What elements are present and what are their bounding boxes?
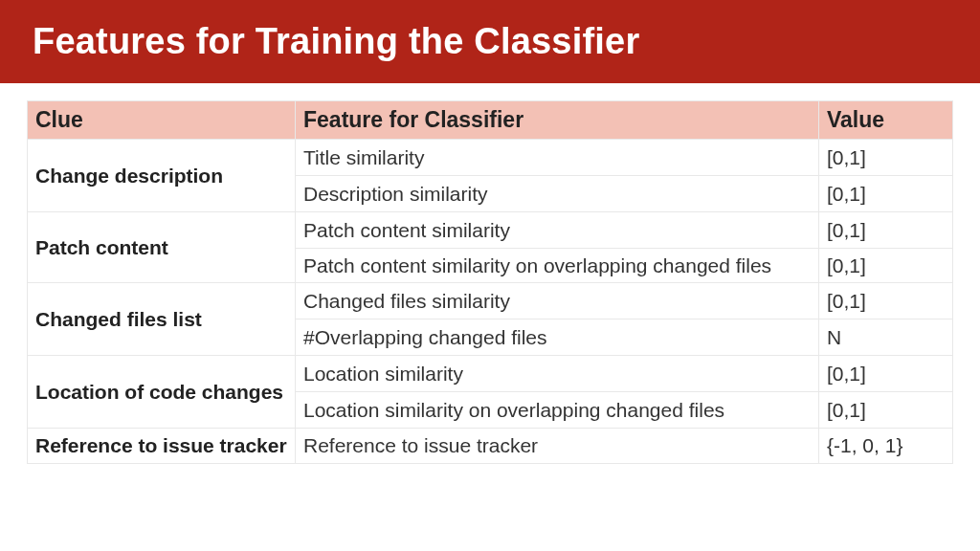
table-row: Location of code changes Location simila… xyxy=(28,356,953,392)
feature-cell: Title similarity xyxy=(296,140,819,176)
table-row: Changed files list Changed files similar… xyxy=(28,283,953,320)
value-cell: [0,1] xyxy=(819,392,953,429)
value-cell: [0,1] xyxy=(819,176,953,212)
slide-header: Features for Training the Classifier xyxy=(0,0,980,83)
feature-cell: Patch content similarity xyxy=(296,212,819,249)
features-table: Clue Feature for Classifier Value Change… xyxy=(27,100,953,464)
clue-cell: Patch content xyxy=(28,212,296,283)
col-header-clue: Clue xyxy=(28,101,296,140)
table-row: Patch content Patch content similarity [… xyxy=(28,212,953,249)
feature-cell: Description similarity xyxy=(296,176,819,212)
value-cell: [0,1] xyxy=(819,212,953,249)
value-cell: [0,1] xyxy=(819,283,953,320)
table-row: Reference to issue tracker Reference to … xyxy=(28,429,953,463)
value-cell: [0,1] xyxy=(819,249,953,283)
value-cell: [0,1] xyxy=(819,356,953,392)
col-header-value: Value xyxy=(819,101,953,140)
feature-cell: Patch content similarity on overlapping … xyxy=(296,249,819,283)
table-header-row: Clue Feature for Classifier Value xyxy=(28,101,953,140)
feature-cell: Changed files similarity xyxy=(296,283,819,320)
clue-cell: Reference to issue tracker xyxy=(28,429,296,463)
value-cell: [0,1] xyxy=(819,140,953,176)
clue-cell: Changed files list xyxy=(28,283,296,356)
slide-body: Clue Feature for Classifier Value Change… xyxy=(0,83,980,464)
value-cell: {-1, 0, 1} xyxy=(819,429,953,463)
feature-cell: #Overlapping changed files xyxy=(296,320,819,356)
feature-cell: Location similarity xyxy=(296,356,819,392)
table-row: Change description Title similarity [0,1… xyxy=(28,140,953,176)
slide-title: Features for Training the Classifier xyxy=(33,21,947,62)
feature-cell: Location similarity on overlapping chang… xyxy=(296,392,819,429)
value-cell: N xyxy=(819,320,953,356)
col-header-feature: Feature for Classifier xyxy=(296,101,819,140)
feature-cell: Reference to issue tracker xyxy=(296,429,819,463)
clue-cell: Change description xyxy=(28,140,296,212)
clue-cell: Location of code changes xyxy=(28,356,296,429)
